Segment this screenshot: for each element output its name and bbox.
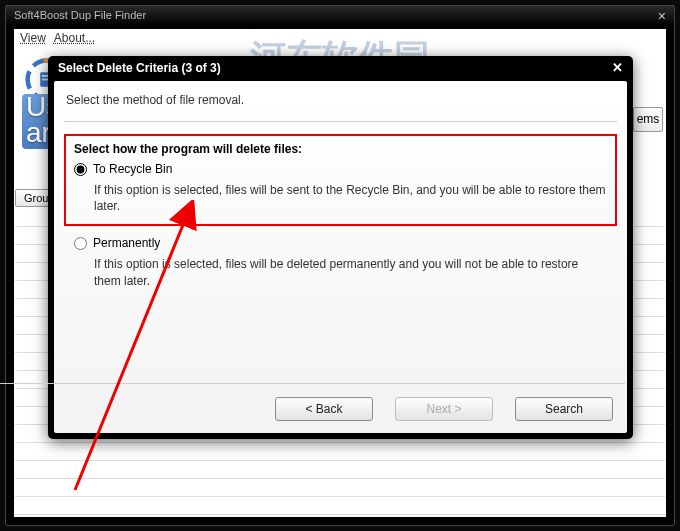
radio-permanently[interactable]: Permanently bbox=[74, 236, 607, 250]
radio-recycle-bin-label: To Recycle Bin bbox=[93, 162, 172, 176]
option-recycle-bin-highlight: Select how the program will delete files… bbox=[64, 134, 617, 226]
dialog-close-icon[interactable]: ✕ bbox=[609, 60, 625, 76]
table-row bbox=[15, 461, 665, 479]
table-row bbox=[15, 443, 665, 461]
dialog-title: Select Delete Criteria (3 of 3) bbox=[58, 61, 221, 75]
back-button[interactable]: < Back bbox=[275, 397, 373, 421]
app-titlebar: Soft4Boost Dup File Finder bbox=[6, 6, 674, 26]
table-row bbox=[15, 479, 665, 497]
radio-recycle-bin-input[interactable] bbox=[74, 163, 87, 176]
divider bbox=[0, 383, 625, 384]
app-title: Soft4Boost Dup File Finder bbox=[14, 9, 146, 21]
permanently-description: If this option is selected, files will b… bbox=[94, 256, 607, 288]
next-button: Next > bbox=[395, 397, 493, 421]
radio-permanently-label: Permanently bbox=[93, 236, 160, 250]
section-heading: Select how the program will delete files… bbox=[74, 142, 607, 156]
table-row bbox=[15, 497, 665, 515]
delete-criteria-dialog: Select Delete Criteria (3 of 3) ✕ Select… bbox=[48, 56, 633, 439]
search-button[interactable]: Search bbox=[515, 397, 613, 421]
dialog-titlebar: Select Delete Criteria (3 of 3) ✕ bbox=[48, 56, 633, 81]
menu-about[interactable]: About... bbox=[54, 31, 95, 45]
app-close-icon[interactable]: × bbox=[658, 10, 666, 22]
option-permanently: Permanently If this option is selected, … bbox=[64, 236, 617, 288]
dialog-body: Select the method of file removal. Selec… bbox=[54, 81, 627, 433]
recycle-bin-description: If this option is selected, files will b… bbox=[94, 182, 607, 214]
dialog-instruction: Select the method of file removal. bbox=[64, 89, 617, 111]
dialog-button-bar: < Back Next > Search bbox=[275, 397, 613, 421]
radio-permanently-input[interactable] bbox=[74, 237, 87, 250]
radio-recycle-bin[interactable]: To Recycle Bin bbox=[74, 162, 607, 176]
menubar: View About... bbox=[14, 29, 666, 47]
ems-button[interactable]: ems bbox=[633, 107, 663, 132]
divider bbox=[64, 121, 617, 122]
menu-view[interactable]: View bbox=[20, 31, 46, 45]
